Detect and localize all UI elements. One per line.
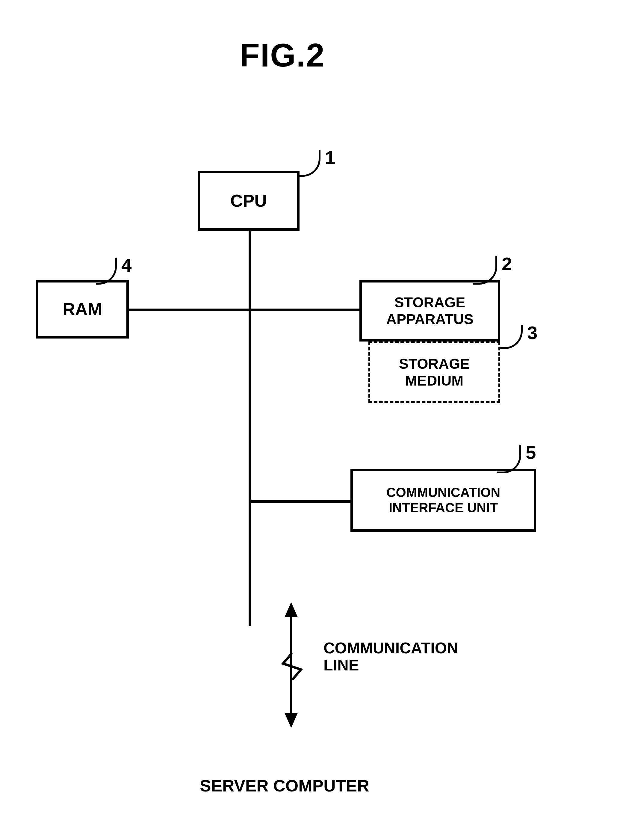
cpu-ref-leader	[299, 150, 321, 177]
storage-ref: 2	[502, 253, 512, 275]
storage-medium-block: STORAGE MEDIUM	[368, 341, 500, 403]
comm-interface-block: COMMUNICATION INTERFACE UNIT	[350, 469, 536, 532]
ram-label: RAM	[63, 299, 102, 319]
bus-horizontal-comm	[249, 500, 350, 503]
cpu-label: CPU	[230, 191, 267, 211]
cpu-ref: 1	[325, 147, 335, 168]
figure-title: FIG.2	[239, 36, 325, 74]
comm-ref: 5	[526, 442, 536, 463]
arrow-up-icon	[285, 602, 298, 617]
bus-horizontal-top	[129, 309, 359, 311]
storage-label: STORAGE APPARATUS	[386, 294, 474, 327]
server-caption: SERVER COMPUTER	[150, 776, 419, 795]
break-zigzag-icon	[276, 653, 308, 680]
ram-block: RAM	[36, 280, 129, 338]
diagram-canvas: FIG.2 CPU 1 RAM 4 STORAGE APPARATUS 2 ST…	[0, 0, 623, 840]
medium-ref: 3	[527, 322, 537, 343]
bus-vertical	[249, 231, 251, 626]
cpu-block: CPU	[198, 171, 299, 231]
comm-interface-label: COMMUNICATION INTERFACE UNIT	[387, 485, 500, 515]
storage-medium-label: STORAGE MEDIUM	[399, 356, 470, 389]
ram-ref: 4	[121, 255, 132, 276]
storage-block: STORAGE APPARATUS	[359, 280, 500, 341]
medium-ref-leader	[500, 325, 523, 349]
comm-line-caption: COMMUNICATION LINE	[324, 640, 533, 674]
arrow-down-icon	[285, 713, 298, 728]
